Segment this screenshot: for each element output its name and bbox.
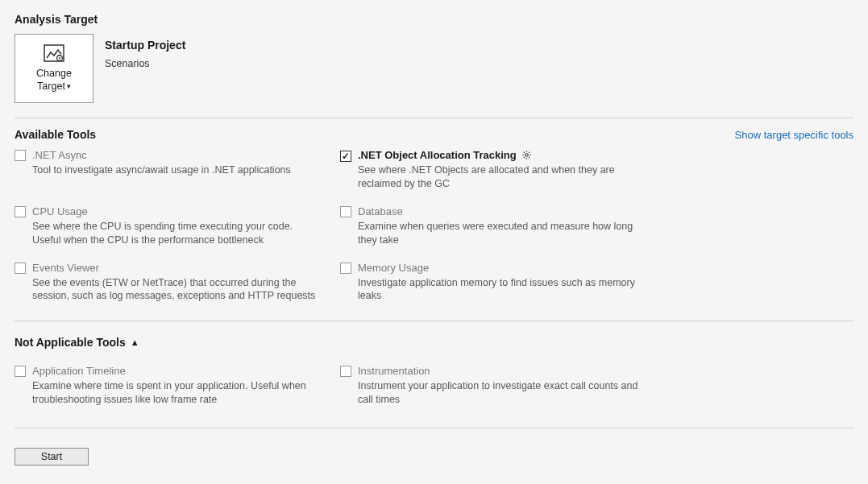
tool-desc-memory-usage: Investigate application memory to find i…	[358, 276, 646, 304]
project-title: Startup Project	[105, 39, 185, 52]
tool-checkbox-cpu-usage	[15, 206, 26, 217]
tool-title-cpu-usage: CPU Usage	[32, 205, 321, 217]
tool-item-instrumentation: InstrumentationInstrument your applicati…	[340, 365, 646, 407]
tool-item-events-viewer: Events ViewerSee the events (ETW or NetT…	[15, 262, 321, 304]
divider	[15, 321, 853, 321]
tool-item-app-timeline: Application TimelineExamine where time i…	[15, 365, 321, 407]
tool-checkbox-database	[340, 206, 351, 217]
tool-title-events-viewer: Events Viewer	[32, 262, 321, 274]
tool-item-cpu-usage: CPU UsageSee where the CPU is spending t…	[15, 205, 321, 247]
project-subtitle: Scenarios	[105, 58, 185, 69]
tool-title-app-timeline: Application Timeline	[32, 365, 321, 377]
tool-desc-net-async: Tool to investigate async/await usage in…	[32, 163, 321, 177]
tool-title-instrumentation: Instrumentation	[358, 365, 646, 377]
tool-item-net-obj-alloc: ✓.NET Object Allocation TrackingSee wher…	[340, 149, 646, 191]
svg-point-7	[525, 154, 528, 157]
show-target-specific-tools-link[interactable]: Show target specific tools	[735, 129, 853, 141]
tool-checkbox-net-async	[15, 150, 26, 161]
divider	[15, 428, 853, 428]
tool-checkbox-app-timeline	[15, 366, 26, 377]
not-applicable-tools-heading: Not Applicable Tools	[15, 336, 126, 349]
svg-point-2	[59, 57, 60, 59]
tool-item-database: DatabaseExamine when queries were execut…	[340, 205, 646, 247]
tool-desc-events-viewer: See the events (ETW or NetTrace) that oc…	[32, 276, 321, 304]
analysis-target-heading: Analysis Target	[15, 13, 853, 26]
tool-desc-app-timeline: Examine where time is spent in your appl…	[32, 379, 321, 407]
change-target-label: Change Target▾	[36, 67, 72, 93]
tool-desc-instrumentation: Instrument your application to investiga…	[358, 379, 646, 407]
tool-title-net-async: .NET Async	[32, 149, 321, 161]
tool-item-memory-usage: Memory UsageInvestigate application memo…	[340, 262, 646, 304]
tool-desc-database: Examine when queries were executed and m…	[358, 220, 646, 247]
gear-icon[interactable]	[521, 150, 532, 160]
tool-desc-net-obj-alloc: See where .NET Objects are allocated and…	[358, 163, 646, 191]
not-applicable-tools-toggle[interactable]: Not Applicable Tools ▲	[15, 336, 139, 349]
start-button[interactable]: Start	[15, 448, 89, 465]
tool-checkbox-events-viewer	[15, 263, 26, 274]
tool-title-net-obj-alloc: .NET Object Allocation Tracking	[358, 149, 646, 161]
tool-checkbox-instrumentation	[340, 366, 351, 377]
tool-title-memory-usage: Memory Usage	[358, 262, 646, 274]
tool-item-net-async: .NET AsyncTool to investigate async/awai…	[15, 149, 321, 191]
tool-title-database: Database	[358, 205, 646, 217]
tool-checkbox-memory-usage	[340, 263, 351, 274]
chevron-down-icon: ▾	[67, 82, 71, 90]
tool-desc-cpu-usage: See where the CPU is spending time execu…	[32, 220, 321, 247]
target-icon	[44, 44, 64, 62]
change-target-button[interactable]: Change Target▾	[15, 34, 93, 103]
tool-checkbox-net-obj-alloc[interactable]: ✓	[340, 151, 351, 162]
divider	[15, 118, 853, 118]
available-tools-heading: Available Tools	[15, 128, 96, 141]
chevron-up-icon: ▲	[131, 337, 139, 347]
